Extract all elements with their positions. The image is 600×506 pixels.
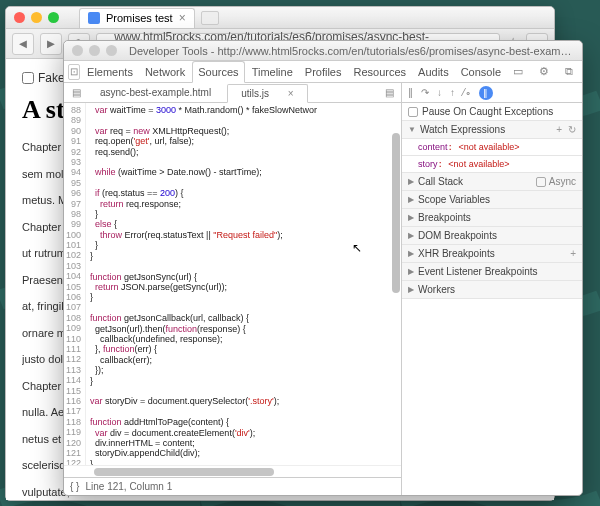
browser-tab[interactable]: Promises test × <box>79 8 195 28</box>
disclosure-down-icon: ▼ <box>408 125 416 134</box>
settings-icon[interactable]: ⚙ <box>534 61 554 82</box>
section-watch[interactable]: ▼ Watch Expressions +↻ <box>402 121 582 139</box>
section-dom-bp[interactable]: ▶DOM Breakpoints <box>402 227 582 245</box>
traffic-lights <box>14 12 59 23</box>
tab-title: Promises test <box>106 12 173 24</box>
braces-icon[interactable]: { } <box>70 481 79 492</box>
favicon-icon <box>88 12 100 24</box>
step-out-icon[interactable]: ↑ <box>450 87 455 98</box>
close-tab-icon[interactable]: × <box>179 11 186 25</box>
minimize-icon[interactable] <box>31 12 42 23</box>
navigator-icon[interactable]: ▤ <box>68 86 84 100</box>
tab-sources[interactable]: Sources <box>192 61 244 83</box>
source-code[interactable]: var waitTime = 3000 * Math.random() * fa… <box>86 103 401 465</box>
checkbox-icon[interactable] <box>536 177 546 187</box>
debugger-sidebar: ‖ ↷ ↓ ↑ ⁄∘ ‖ Pause On Caught Exceptions … <box>402 83 582 495</box>
window-title: Developer Tools - http://www.html5rocks.… <box>129 45 574 57</box>
disclosure-right-icon: ▶ <box>408 177 414 186</box>
zoom-icon[interactable] <box>48 12 59 23</box>
sources-panel: ▤ async-best-example.html utils.js × ▤ 8… <box>64 83 402 495</box>
debugger-toolbar: ‖ ↷ ↓ ↑ ⁄∘ ‖ <box>402 83 582 103</box>
pause-exceptions-icon[interactable]: ‖ <box>479 86 493 100</box>
tab-resources[interactable]: Resources <box>348 62 411 82</box>
line-gutter: 8889909192939495969798991001011021031041… <box>64 103 86 465</box>
checkbox-icon[interactable] <box>408 107 418 117</box>
pause-icon[interactable]: ‖ <box>408 87 413 98</box>
tab-console[interactable]: Console <box>456 62 506 82</box>
devtools-titlebar: Developer Tools - http://www.html5rocks.… <box>64 41 582 61</box>
minimize-icon[interactable] <box>89 45 100 56</box>
more-tabs-icon[interactable]: ▤ <box>381 86 397 100</box>
devtools-main: ▤ async-best-example.html utils.js × ▤ 8… <box>64 83 582 495</box>
browser-titlebar: Promises test × <box>6 7 554 29</box>
file-tabs: ▤ async-best-example.html utils.js × ▤ <box>64 83 401 103</box>
cursor-position: Line 121, Column 1 <box>85 481 172 492</box>
devtools-window: Developer Tools - http://www.html5rocks.… <box>63 40 583 496</box>
section-callstack[interactable]: ▶ Call Stack Async <box>402 173 582 191</box>
section-event-bp[interactable]: ▶Event Listener Breakpoints <box>402 263 582 281</box>
tab-timeline[interactable]: Timeline <box>247 62 298 82</box>
tab-audits[interactable]: Audits <box>413 62 454 82</box>
back-button[interactable]: ◄ <box>12 33 34 55</box>
close-icon[interactable] <box>14 12 25 23</box>
code-editor[interactable]: 8889909192939495969798991001011021031041… <box>64 103 401 465</box>
devtools-tabs: ⊡ Elements Network Sources Timeline Prof… <box>64 61 582 83</box>
section-workers[interactable]: ▶Workers <box>402 281 582 299</box>
horizontal-scrollbar[interactable] <box>64 465 401 477</box>
new-tab-button[interactable] <box>201 11 219 25</box>
step-over-icon[interactable]: ↷ <box>421 87 429 98</box>
status-bar: { } Line 121, Column 1 <box>64 477 401 495</box>
section-xhr-bp[interactable]: ▶XHR Breakpoints+ <box>402 245 582 263</box>
section-breakpoints[interactable]: ▶Breakpoints <box>402 209 582 227</box>
watch-item[interactable]: story: <not available> <box>402 156 582 173</box>
file-tab[interactable]: utils.js × <box>227 84 307 103</box>
refresh-icon[interactable]: ↻ <box>568 124 576 135</box>
zoom-icon[interactable] <box>106 45 117 56</box>
dock-icon[interactable]: ⧉ <box>560 61 578 82</box>
tab-elements[interactable]: Elements <box>82 62 138 82</box>
add-icon[interactable]: + <box>556 124 562 135</box>
pause-caught-row[interactable]: Pause On Caught Exceptions <box>402 103 582 121</box>
close-icon[interactable] <box>72 45 83 56</box>
file-tab[interactable]: async-best-example.html <box>86 83 225 102</box>
inspect-icon[interactable]: ⊡ <box>68 64 80 80</box>
forward-button[interactable]: ► <box>40 33 62 55</box>
step-into-icon[interactable]: ↓ <box>437 87 442 98</box>
tab-profiles[interactable]: Profiles <box>300 62 347 82</box>
watch-item[interactable]: content: <not available> <box>402 139 582 156</box>
tab-network[interactable]: Network <box>140 62 190 82</box>
close-file-icon[interactable]: × <box>278 84 301 103</box>
vertical-scrollbar[interactable] <box>391 103 401 465</box>
drawer-icon[interactable]: ▭ <box>508 61 528 82</box>
add-icon[interactable]: + <box>570 248 576 259</box>
traffic-lights <box>72 45 117 56</box>
checkbox-input[interactable] <box>22 72 34 84</box>
deactivate-bp-icon[interactable]: ⁄∘ <box>463 87 471 98</box>
section-scope[interactable]: ▶Scope Variables <box>402 191 582 209</box>
